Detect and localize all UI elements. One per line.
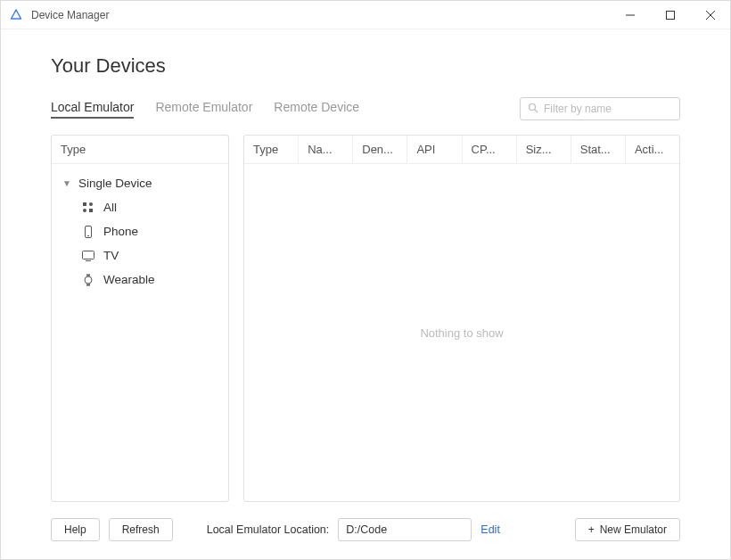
column-api[interactable]: API <box>407 136 462 163</box>
svg-point-7 <box>89 202 93 206</box>
devices-table: Type Na... Den... API CP... Siz... Stat.… <box>243 135 680 502</box>
column-name[interactable]: Na... <box>299 136 353 163</box>
refresh-button[interactable]: Refresh <box>109 518 173 541</box>
window: Device Manager Your Devices Local Emulat… <box>0 0 731 560</box>
svg-rect-15 <box>86 274 90 276</box>
table-body: Nothing to show <box>244 164 679 501</box>
tab-remote-emulator[interactable]: Remote Emulator <box>155 100 252 119</box>
window-title: Device Manager <box>31 9 610 21</box>
tabs: Local Emulator Remote Emulator Remote De… <box>51 100 520 119</box>
svg-rect-12 <box>83 251 94 259</box>
type-panel: Type ▼ Single Device All <box>51 135 229 502</box>
help-button[interactable]: Help <box>51 518 100 541</box>
column-density[interactable]: Den... <box>353 136 407 163</box>
search-box[interactable] <box>520 97 680 120</box>
app-icon <box>10 8 24 22</box>
tree-node-label: All <box>103 201 117 214</box>
tree-node-all[interactable]: All <box>57 195 223 219</box>
window-controls <box>610 1 730 29</box>
grid-icon <box>80 202 96 213</box>
tree-node-label: Phone <box>103 225 138 238</box>
empty-state-text: Nothing to show <box>420 326 503 340</box>
svg-point-8 <box>83 209 86 212</box>
edit-location-link[interactable]: Edit <box>480 523 500 536</box>
tree-node-tv[interactable]: TV <box>57 243 223 268</box>
svg-rect-16 <box>86 284 90 285</box>
main-area: Type ▼ Single Device All <box>51 135 680 502</box>
titlebar: Device Manager <box>1 1 730 29</box>
column-status[interactable]: Stat... <box>571 136 626 163</box>
phone-icon <box>80 226 96 238</box>
watch-icon <box>80 274 96 286</box>
bottom-bar: Help Refresh Local Emulator Location: Ed… <box>51 502 680 541</box>
column-type[interactable]: Type <box>244 136 299 163</box>
plus-icon: + <box>588 523 595 536</box>
svg-line-5 <box>535 109 538 111</box>
type-tree: ▼ Single Device All Phone <box>52 164 228 299</box>
column-cpu[interactable]: CP... <box>463 136 517 163</box>
maximize-button[interactable] <box>650 1 690 29</box>
column-actions[interactable]: Acti... <box>626 136 679 163</box>
location-input[interactable] <box>338 518 472 541</box>
tree-node-wearable[interactable]: Wearable <box>57 268 223 292</box>
svg-point-4 <box>530 103 536 110</box>
tab-row: Local Emulator Remote Emulator Remote De… <box>51 97 680 120</box>
svg-rect-9 <box>89 209 93 212</box>
table-header: Type Na... Den... API CP... Siz... Stat.… <box>244 136 679 164</box>
tree-node-label: TV <box>103 249 119 262</box>
tree-node-single-device[interactable]: ▼ Single Device <box>57 171 223 195</box>
column-size[interactable]: Siz... <box>517 136 571 163</box>
search-icon <box>528 103 538 116</box>
content-area: Your Devices Local Emulator Remote Emula… <box>1 29 730 559</box>
location-label: Local Emulator Location: <box>207 523 330 536</box>
button-label: New Emulator <box>600 523 667 536</box>
tree-node-label: Single Device <box>78 177 152 190</box>
tab-remote-device[interactable]: Remote Device <box>274 100 359 119</box>
type-panel-header: Type <box>52 136 228 164</box>
search-input[interactable] <box>544 103 678 115</box>
new-emulator-button[interactable]: + New Emulator <box>575 518 680 541</box>
svg-rect-1 <box>666 11 674 19</box>
button-label: Help <box>64 523 86 536</box>
tab-local-emulator[interactable]: Local Emulator <box>51 100 134 119</box>
tree-node-phone[interactable]: Phone <box>57 219 223 243</box>
tv-icon <box>80 251 96 261</box>
chevron-down-icon: ▼ <box>62 178 71 188</box>
button-label: Refresh <box>122 523 160 536</box>
minimize-button[interactable] <box>610 1 650 29</box>
svg-point-14 <box>85 276 92 284</box>
page-title: Your Devices <box>51 54 680 78</box>
svg-rect-6 <box>83 202 86 206</box>
close-button[interactable] <box>690 1 730 29</box>
tree-node-label: Wearable <box>103 273 155 286</box>
